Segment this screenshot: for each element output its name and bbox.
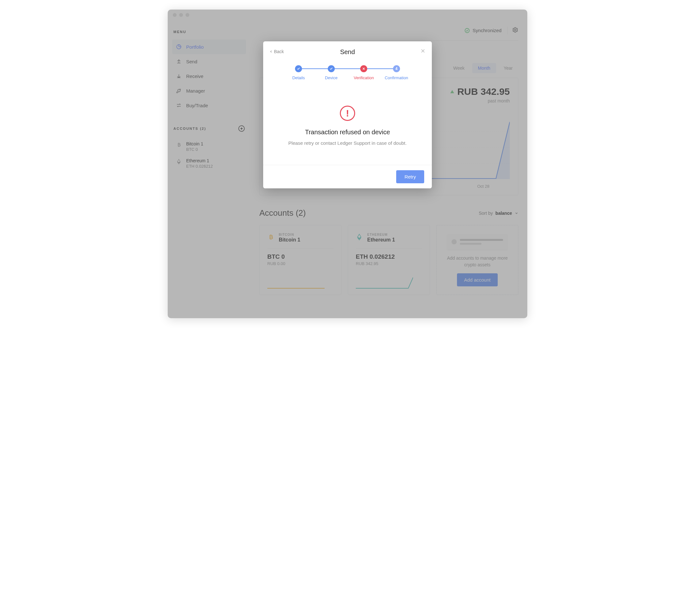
error-heading: Transaction refused on device	[276, 129, 419, 136]
error-body: Please retry or contact Ledger Support i…	[276, 140, 419, 146]
step-check-icon	[328, 65, 335, 72]
step-number-icon: 4	[393, 65, 400, 72]
step-device: Device	[315, 65, 348, 80]
step-details: Details	[282, 65, 315, 80]
step-confirmation: 4 Confirmation	[380, 65, 413, 80]
modal-footer: Retry	[263, 165, 432, 188]
stepper: Details Device Verification	[263, 56, 432, 80]
back-label: Back	[274, 49, 284, 54]
modal-close-button[interactable]	[420, 48, 425, 55]
step-check-icon	[295, 65, 302, 72]
send-modal: Back Send Details	[263, 41, 432, 188]
modal-body: ! Transaction refused on device Please r…	[263, 80, 432, 165]
step-verification: Verification	[348, 65, 380, 80]
retry-button[interactable]: Retry	[396, 170, 424, 183]
modal-title: Send	[271, 48, 424, 56]
step-label: Confirmation	[385, 75, 408, 80]
step-label: Verification	[354, 75, 374, 80]
modal-back-button[interactable]: Back	[270, 49, 284, 54]
step-label: Details	[292, 75, 305, 80]
close-icon	[420, 48, 425, 53]
step-label: Device	[325, 75, 338, 80]
app-frame: MENU Portfolio Send Receive Manager Buy/…	[168, 10, 527, 318]
alert-circle-icon: !	[340, 106, 355, 121]
step-error-icon	[360, 65, 367, 72]
modal-overlay[interactable]: Back Send Details	[168, 10, 527, 318]
chevron-left-icon	[270, 50, 273, 53]
